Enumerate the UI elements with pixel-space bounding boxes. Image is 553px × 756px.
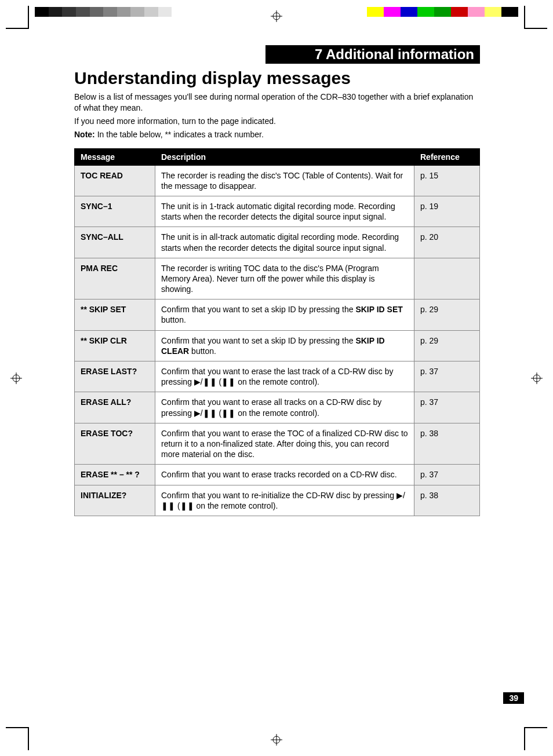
table-row: ERASE TOC?Confirm that you want to erase…: [75, 423, 480, 465]
table-row: PMA RECThe recorder is writing TOC data …: [75, 258, 480, 300]
crop-mark-tr: [524, 6, 547, 29]
swatch: [90, 7, 104, 17]
reference-cell: p. 29: [414, 330, 480, 361]
reference-cell: p. 37: [414, 465, 480, 485]
registration-mark-icon: [271, 10, 282, 22]
description-cell: The recorder is writing TOC data to the …: [155, 258, 414, 300]
registration-mark-icon: [271, 734, 282, 746]
swatch: [76, 7, 90, 17]
registration-mark-icon: [531, 372, 543, 384]
swatch: [501, 7, 518, 17]
swatch: [434, 7, 451, 17]
messages-table: Message Description Reference TOC READTh…: [74, 148, 480, 516]
table-row: ** SKIP CLRConfirm that you want to set …: [75, 330, 480, 361]
crop-mark-bl: [6, 727, 29, 750]
swatch: [35, 7, 49, 17]
table-row: ERASE LAST?Confirm that you want to eras…: [75, 361, 480, 392]
description-cell: The unit is in all-track automatic digit…: [155, 227, 414, 258]
swatch: [485, 7, 501, 17]
page-title: Understanding display messages: [74, 68, 480, 88]
intro-text: If you need more information, turn to th…: [74, 116, 480, 127]
swatch: [417, 7, 434, 17]
message-cell: ERASE TOC?: [75, 423, 155, 465]
description-cell: Confirm that you want to erase tracks re…: [155, 465, 414, 485]
message-cell: ERASE LAST?: [75, 361, 155, 392]
swatch: [130, 7, 144, 17]
table-row: ERASE ** – ** ?Confirm that you want to …: [75, 465, 480, 485]
table-row: INITIALIZE?Confirm that you want to re-i…: [75, 485, 480, 516]
message-cell: ERASE ** – ** ?: [75, 465, 155, 485]
reference-cell: p. 15: [414, 165, 480, 196]
crop-mark-tl: [6, 6, 29, 29]
reference-cell: p. 19: [414, 196, 480, 227]
description-cell: Confirm that you want to re-initialize t…: [155, 485, 414, 516]
description-cell: Confirm that you want to set a skip ID b…: [155, 330, 414, 361]
swatch: [103, 7, 117, 17]
swatch: [144, 7, 158, 17]
crop-mark-br: [524, 727, 547, 750]
message-cell: TOC READ: [75, 165, 155, 196]
table-row: ** SKIP SETConfirm that you want to set …: [75, 300, 480, 330]
page-number: 39: [503, 692, 524, 704]
swatch: [172, 7, 185, 17]
col-header-description: Description: [155, 148, 414, 165]
swatch: [468, 7, 485, 17]
swatch: [451, 7, 468, 17]
swatch: [384, 7, 401, 17]
description-cell: Confirm that you want to set a skip ID b…: [155, 300, 414, 330]
message-cell: ** SKIP SET: [75, 300, 155, 330]
note-text: Note: In the table below, ** indicates a…: [74, 129, 480, 140]
table-row: TOC READThe recorder is reading the disc…: [75, 165, 480, 196]
reference-cell: p. 20: [414, 227, 480, 258]
swatch: [350, 7, 367, 17]
message-cell: PMA REC: [75, 258, 155, 300]
reference-cell: p. 38: [414, 485, 480, 516]
col-header-reference: Reference: [414, 148, 480, 165]
table-row: ERASE ALL?Confirm that you want to erase…: [75, 392, 480, 423]
registration-mark-icon: [10, 372, 22, 384]
description-cell: Confirm that you want to erase all track…: [155, 392, 414, 423]
swatch: [62, 7, 76, 17]
message-cell: SYNC–1: [75, 196, 155, 227]
message-cell: SYNC–ALL: [75, 227, 155, 258]
grayscale-calibration-bar: [35, 7, 185, 17]
reference-cell: p. 29: [414, 300, 480, 330]
reference-cell: p. 37: [414, 392, 480, 423]
swatch: [401, 7, 417, 17]
reference-cell: p. 37: [414, 361, 480, 392]
swatch: [49, 7, 63, 17]
col-header-message: Message: [75, 148, 155, 165]
description-cell: The unit is in 1-track automatic digital…: [155, 196, 414, 227]
description-cell: The recorder is reading the disc's TOC (…: [155, 165, 414, 196]
color-calibration-bar: [350, 7, 518, 17]
reference-cell: [414, 258, 480, 300]
table-row: SYNC–ALLThe unit is in all-track automat…: [75, 227, 480, 258]
section-banner: 7 Additional information: [265, 45, 480, 64]
description-cell: Confirm that you want to erase the last …: [155, 361, 414, 392]
message-cell: INITIALIZE?: [75, 485, 155, 516]
message-cell: ** SKIP CLR: [75, 330, 155, 361]
intro-text: Below is a list of messages you'll see d…: [74, 92, 480, 114]
swatch: [158, 7, 172, 17]
reference-cell: p. 38: [414, 423, 480, 465]
swatch: [367, 7, 384, 17]
table-row: SYNC–1The unit is in 1-track automatic d…: [75, 196, 480, 227]
description-cell: Confirm that you want to erase the TOC o…: [155, 423, 414, 465]
swatch: [117, 7, 131, 17]
message-cell: ERASE ALL?: [75, 392, 155, 423]
